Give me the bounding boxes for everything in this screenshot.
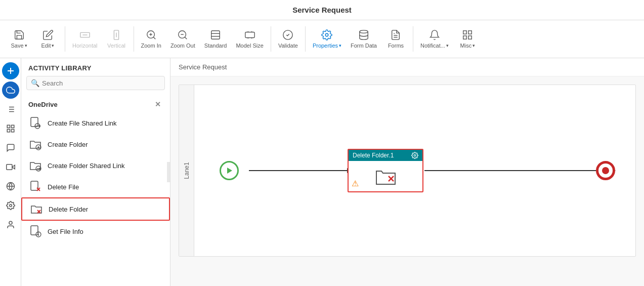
horizontal-label: Horizontal	[72, 43, 98, 49]
zoom-out-label: Zoom Out	[170, 43, 195, 49]
item-label-create-folder-shared-link: Create Folder Shared Link	[48, 162, 124, 170]
toolbar-forms[interactable]: Forms	[382, 26, 410, 52]
item-label-create-file-shared-link: Create File Shared Link	[48, 119, 117, 127]
svg-rect-11	[211, 31, 220, 39]
side-icon-video[interactable]	[2, 158, 19, 176]
toolbar-zoom-out[interactable]: Zoom Out	[166, 26, 199, 52]
folder-delete-icon	[29, 202, 44, 216]
svg-point-43	[38, 125, 40, 127]
toolbar-model-size[interactable]: Model Size	[232, 26, 267, 52]
folder-link-icon	[28, 158, 42, 173]
svg-rect-34	[11, 130, 14, 132]
lane-label: Lane1	[179, 85, 194, 256]
search-box[interactable]: 🔍	[26, 76, 165, 90]
main-layout: ACTIVITY LIBRARY 🔍 OneDrive ✕ Create Fil…	[0, 58, 644, 286]
toolbar-notifications[interactable]: Notificat... ▾	[416, 26, 453, 52]
svg-point-40	[9, 221, 12, 224]
toolbar-edit[interactable]: Edit ▾	[34, 26, 62, 52]
model-size-label: Model Size	[236, 43, 263, 49]
toolbar-validate[interactable]: Validate	[274, 26, 302, 52]
svg-marker-36	[12, 165, 15, 169]
item-label-delete-folder: Delete Folder	[49, 206, 88, 213]
toolbar-save[interactable]: Save ▾	[5, 26, 33, 52]
toolbar-zoom-in[interactable]: Zoom In	[137, 26, 165, 52]
file-delete-icon	[28, 180, 42, 194]
svg-point-17	[360, 30, 368, 33]
zoom-in-label: Zoom In	[141, 43, 161, 49]
toolbar-misc[interactable]: Misc ▾	[454, 26, 482, 52]
toolbar-form-data[interactable]: Form Data	[347, 26, 381, 52]
item-label-delete-file: Delete File	[48, 183, 79, 191]
section-close-button[interactable]: ✕	[153, 99, 163, 109]
side-icon-list[interactable]	[2, 101, 19, 118]
lane-label-text: Lane1	[183, 162, 190, 179]
side-icon-settings[interactable]	[2, 197, 19, 214]
top-bar: Service Request	[0, 0, 644, 20]
file-link-icon	[28, 116, 42, 130]
collapse-panel-button[interactable]: ‹	[167, 162, 170, 182]
flow-arrow-2	[424, 170, 612, 171]
list-item-create-file-shared-link[interactable]: Create File Shared Link	[21, 112, 170, 134]
side-icon-chat[interactable]	[2, 139, 19, 156]
flow-arrow-1	[249, 170, 348, 171]
svg-rect-22	[468, 36, 471, 39]
list-item-delete-file[interactable]: Delete File	[21, 176, 170, 197]
toolbar-vertical: Vertical	[103, 26, 131, 52]
side-icons	[0, 58, 21, 286]
toolbar-properties[interactable]: Properties ▾	[309, 26, 346, 52]
section-header: OneDrive ✕	[21, 95, 170, 112]
search-icon: 🔍	[31, 79, 39, 87]
list-item-get-file-info[interactable]: Get File Info	[21, 221, 170, 242]
vertical-label: Vertical	[107, 43, 125, 49]
svg-rect-14	[245, 32, 254, 38]
toolbar: Save ▾ Edit ▾ Horizontal Vertical Zoom I…	[0, 20, 644, 58]
svg-rect-32	[7, 125, 10, 128]
flow-end-node	[596, 161, 615, 180]
edit-label: Edit ▾	[41, 43, 55, 49]
side-icon-user[interactable]	[2, 216, 19, 233]
forms-label: Forms	[388, 43, 404, 49]
activity-library-header: ACTIVITY LIBRARY	[21, 58, 170, 76]
list-item-create-folder[interactable]: Create Folder	[21, 134, 170, 155]
lane-content: Delete Folder.1 ⚠	[194, 85, 635, 256]
activity-node-delete-folder[interactable]: Delete Folder.1 ⚠	[348, 149, 423, 192]
lane-container: Lane1 Delete Folder.1 ⚠	[179, 85, 636, 257]
activity-panel: ACTIVITY LIBRARY 🔍 OneDrive ✕ Create Fil…	[21, 58, 170, 286]
save-label: Save ▾	[11, 43, 27, 49]
svg-rect-33	[11, 125, 14, 128]
side-icon-cloud[interactable]	[2, 81, 19, 99]
canvas-area: Service Request Lane1 Delete Folder.1	[170, 58, 644, 286]
svg-marker-60	[227, 168, 232, 174]
canvas-breadcrumb: Service Request	[170, 58, 644, 76]
search-input[interactable]	[42, 79, 160, 87]
svg-rect-20	[463, 31, 466, 34]
validate-label: Validate	[278, 43, 298, 49]
side-icon-add[interactable]	[2, 62, 19, 79]
svg-point-59	[38, 232, 39, 233]
side-icon-wordpress[interactable]	[2, 178, 19, 195]
list-item-delete-folder[interactable]: Delete Folder	[21, 197, 170, 221]
svg-rect-21	[468, 31, 471, 34]
folder-delete-node-icon	[374, 166, 397, 186]
flow-start-node[interactable]	[220, 161, 239, 180]
form-data-label: Form Data	[351, 43, 377, 49]
toolbar-standard[interactable]: Standard	[200, 26, 231, 52]
side-icon-grid[interactable]	[2, 120, 19, 137]
list-item-create-folder-shared-link[interactable]: Create Folder Shared Link	[21, 155, 170, 176]
svg-line-5	[153, 37, 155, 39]
library-section: OneDrive ✕ Create File Shared Link	[21, 95, 170, 286]
node-settings-icon[interactable]	[411, 152, 418, 159]
svg-rect-41	[31, 117, 38, 127]
svg-point-61	[414, 154, 416, 156]
node-body: ⚠	[349, 161, 422, 191]
node-header: Delete Folder.1	[349, 150, 422, 161]
warning-icon: ⚠	[352, 179, 359, 188]
properties-label: Properties ▾	[313, 43, 341, 49]
file-info-icon	[28, 224, 42, 238]
item-label-get-file-info: Get File Info	[48, 228, 83, 235]
item-label-create-folder: Create Folder	[48, 141, 88, 148]
svg-rect-35	[7, 130, 10, 132]
svg-point-16	[326, 33, 329, 36]
svg-point-39	[9, 205, 12, 207]
misc-label: Misc ▾	[460, 43, 476, 49]
